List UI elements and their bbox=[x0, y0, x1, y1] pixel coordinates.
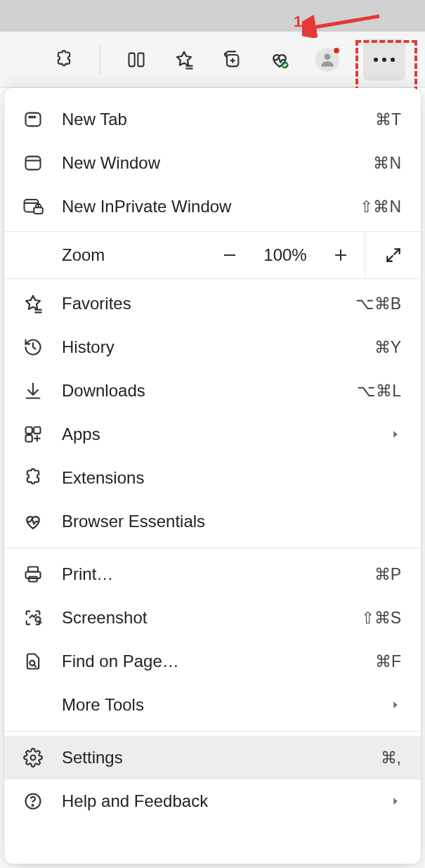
window-titlebar bbox=[0, 0, 425, 32]
menu-item-apps[interactable]: Apps bbox=[4, 413, 421, 456]
chevron-right-icon bbox=[390, 791, 401, 811]
svg-point-14 bbox=[34, 117, 35, 118]
puzzle-icon bbox=[21, 466, 45, 490]
svg-rect-36 bbox=[29, 577, 37, 582]
menu-item-screenshot[interactable]: Screenshot ⇧⌘S bbox=[4, 596, 421, 640]
menu-item-favorites[interactable]: Favorites ⌥⌘B bbox=[4, 282, 421, 325]
menu-shortcut: ⇧⌘N bbox=[360, 197, 401, 216]
screenshot-icon bbox=[21, 606, 45, 630]
menu-label: New InPrivate Window bbox=[62, 197, 360, 216]
gear-icon bbox=[21, 746, 45, 770]
menu-label: History bbox=[62, 337, 374, 357]
menu-shortcut: ⌘Y bbox=[374, 338, 401, 357]
help-icon bbox=[21, 789, 45, 813]
menu-item-new-inprivate[interactable]: New InPrivate Window ⇧⌘N bbox=[4, 185, 421, 228]
zoom-value: 100% bbox=[254, 245, 317, 265]
favorites-icon[interactable] bbox=[172, 48, 196, 72]
menu-label: Find on Page… bbox=[62, 652, 375, 671]
inprivate-icon bbox=[21, 195, 45, 219]
svg-rect-29 bbox=[26, 427, 32, 434]
menu-separator bbox=[4, 548, 421, 548]
svg-point-12 bbox=[29, 117, 30, 118]
menu-separator bbox=[4, 731, 421, 732]
find-icon bbox=[21, 649, 45, 673]
print-icon bbox=[21, 562, 45, 586]
apps-icon bbox=[21, 422, 45, 446]
menu-label: Browser Essentials bbox=[62, 512, 401, 531]
menu-label: Favorites bbox=[62, 294, 355, 313]
zoom-label: Zoom bbox=[4, 245, 206, 265]
menu-label: New Tab bbox=[62, 110, 375, 129]
heart-pulse-icon bbox=[21, 510, 45, 533]
more-menu-button[interactable] bbox=[363, 39, 405, 81]
menu-shortcut: ⌥⌘B bbox=[355, 294, 401, 313]
menu-item-more-tools[interactable]: More Tools bbox=[4, 683, 421, 727]
menu-shortcut: ⌘N bbox=[373, 154, 401, 173]
star-icon bbox=[21, 292, 45, 316]
new-tab-icon bbox=[21, 108, 45, 131]
menu-shortcut: ⌘T bbox=[375, 110, 401, 129]
svg-line-40 bbox=[34, 665, 36, 668]
svg-rect-0 bbox=[129, 53, 135, 66]
menu-label: Help and Feedback bbox=[62, 791, 390, 811]
menu-item-extensions[interactable]: Extensions bbox=[4, 456, 421, 500]
menu-label: Print… bbox=[62, 564, 374, 584]
toolbar-divider bbox=[100, 46, 100, 74]
ellipsis-icon bbox=[374, 58, 395, 62]
menu-item-new-window[interactable]: New Window ⌘N bbox=[4, 141, 421, 185]
download-icon bbox=[21, 379, 45, 403]
svg-rect-1 bbox=[138, 53, 143, 66]
window-icon bbox=[21, 151, 45, 175]
svg-point-8 bbox=[325, 53, 331, 60]
svg-point-13 bbox=[32, 117, 33, 118]
zoom-in-button[interactable] bbox=[317, 232, 365, 278]
profile-avatar[interactable] bbox=[315, 48, 339, 72]
svg-point-43 bbox=[32, 805, 33, 806]
menu-shortcut: ⌥⌘L bbox=[357, 382, 401, 401]
svg-line-23 bbox=[394, 249, 400, 254]
menu-item-new-tab[interactable]: New Tab ⌘T bbox=[4, 98, 421, 141]
menu-label: Extensions bbox=[62, 468, 401, 488]
menu-item-help[interactable]: Help and Feedback bbox=[4, 779, 421, 823]
svg-rect-30 bbox=[34, 427, 40, 434]
collections-icon[interactable] bbox=[220, 48, 244, 72]
fullscreen-button[interactable] bbox=[365, 232, 421, 278]
menu-label: More Tools bbox=[62, 695, 390, 715]
zoom-controls: Zoom 100% bbox=[4, 231, 421, 279]
menu-shortcut: ⌘F bbox=[375, 652, 401, 671]
notification-dot-icon bbox=[332, 46, 341, 55]
menu-item-settings[interactable]: Settings ⌘, bbox=[4, 736, 421, 779]
main-menu: New Tab ⌘T New Window ⌘N New InPrivate W… bbox=[4, 88, 421, 864]
svg-point-41 bbox=[31, 756, 36, 760]
chevron-right-icon bbox=[390, 425, 401, 444]
svg-rect-19 bbox=[34, 207, 43, 214]
blank-icon bbox=[21, 693, 45, 717]
menu-shortcut: ⌘P bbox=[374, 565, 401, 584]
menu-shortcut: ⇧⌘S bbox=[361, 609, 401, 628]
menu-label: New Window bbox=[62, 153, 373, 173]
menu-shortcut: ⌘, bbox=[381, 749, 401, 767]
extensions-icon[interactable] bbox=[52, 48, 76, 72]
split-screen-icon[interactable] bbox=[124, 48, 148, 72]
menu-label: Apps bbox=[62, 425, 390, 444]
menu-label: Downloads bbox=[62, 381, 357, 401]
browser-essentials-icon[interactable] bbox=[268, 48, 292, 72]
menu-item-essentials[interactable]: Browser Essentials bbox=[4, 500, 421, 543]
chevron-right-icon bbox=[390, 695, 401, 715]
menu-item-print[interactable]: Print… ⌘P bbox=[4, 552, 421, 596]
menu-item-downloads[interactable]: Downloads ⌥⌘L bbox=[4, 369, 421, 413]
menu-label: Screenshot bbox=[62, 608, 361, 628]
menu-item-history[interactable]: History ⌘Y bbox=[4, 325, 421, 369]
menu-item-find[interactable]: Find on Page… ⌘F bbox=[4, 640, 421, 683]
svg-rect-31 bbox=[26, 435, 32, 441]
history-icon bbox=[21, 335, 45, 359]
menu-label: Settings bbox=[62, 748, 381, 767]
zoom-out-button[interactable] bbox=[206, 232, 254, 278]
browser-toolbar bbox=[0, 32, 425, 88]
svg-line-24 bbox=[387, 256, 393, 261]
svg-rect-11 bbox=[26, 113, 41, 127]
svg-rect-15 bbox=[26, 157, 41, 170]
